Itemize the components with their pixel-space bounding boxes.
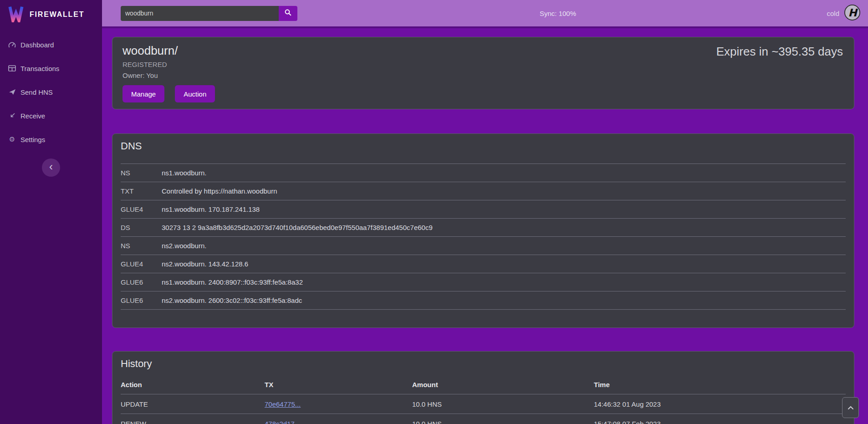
sidebar-item-receive[interactable]: Receive xyxy=(0,104,102,128)
dashboard-icon xyxy=(8,41,16,48)
history-table: Action TX Amount Time UPDATE 70e64775...… xyxy=(121,377,846,424)
sidebar-item-label: Receive xyxy=(20,112,45,120)
svg-text:H: H xyxy=(848,7,858,19)
tx-link[interactable]: 70e64775... xyxy=(265,400,301,408)
sidebar-nav: Dashboard Transactions Send HNS Receive … xyxy=(0,33,102,151)
dns-table: NS ns1.woodburn. TXT Controlled by https… xyxy=(121,163,846,310)
dns-record-type: DS xyxy=(121,219,162,237)
sidebar-item-settings[interactable]: ⚙ Settings xyxy=(0,128,102,151)
settings-icon: ⚙ xyxy=(8,135,16,143)
search-button[interactable] xyxy=(279,6,297,21)
search-icon xyxy=(284,9,292,18)
sidebar-collapse-button[interactable]: ‹ xyxy=(42,158,60,177)
dns-record-value: Controlled by https://nathan.woodburn xyxy=(162,182,846,200)
history-action: UPDATE xyxy=(121,394,265,414)
app-title: FIREWALLET xyxy=(30,10,84,19)
handshake-logo-icon: H xyxy=(844,4,861,22)
history-action: RENEW xyxy=(121,414,265,424)
wallet-name: cold xyxy=(827,10,839,17)
dns-record-type: TXT xyxy=(121,182,162,200)
dns-record-type: GLUE6 xyxy=(121,291,162,310)
dns-record-value: ns2.woodburn. 143.42.128.6 xyxy=(162,255,846,273)
sidebar-item-transactions[interactable]: Transactions xyxy=(0,56,102,80)
dns-title: DNS xyxy=(121,140,846,152)
dns-record-row: NS ns1.woodburn. xyxy=(121,164,846,182)
dns-record-row: TXT Controlled by https://nathan.woodbur… xyxy=(121,182,846,200)
sidebar-item-label: Send HNS xyxy=(20,88,53,96)
auction-button[interactable]: Auction xyxy=(175,85,215,102)
manage-button[interactable]: Manage xyxy=(123,85,164,102)
history-time: 15:47:08 07 Feb 2023 xyxy=(594,414,846,424)
dns-card: DNS NS ns1.woodburn. TXT Controlled by h… xyxy=(112,133,854,328)
domain-expiry: Expires in ~395.35 days xyxy=(716,45,843,59)
dns-record-row: GLUE4 ns2.woodburn. 143.42.128.6 xyxy=(121,255,846,273)
search-bar xyxy=(121,6,297,21)
dns-record-type: NS xyxy=(121,164,162,182)
dns-record-value: ns2.woodburn. xyxy=(162,237,846,255)
sidebar-item-label: Dashboard xyxy=(20,41,54,49)
history-col-amount: Amount xyxy=(412,377,594,394)
domain-owner: Owner: You xyxy=(123,72,844,79)
sidebar: FIREWALLET Dashboard Transactions Send H… xyxy=(0,0,102,424)
sidebar-item-send-hns[interactable]: Send HNS xyxy=(0,80,102,104)
domain-actions: Manage Auction xyxy=(123,85,844,102)
dns-record-value: ns1.woodburn. xyxy=(162,164,846,182)
dns-record-value: 30273 13 2 9a3a8fb3d625d2a2073d740f10da6… xyxy=(162,219,846,237)
app-logo: FIREWALLET xyxy=(0,0,102,24)
history-col-action: Action xyxy=(121,377,265,394)
dns-record-value: ns1.woodburn. 170.187.241.138 xyxy=(162,200,846,219)
history-title: History xyxy=(121,358,846,370)
dns-record-row: NS ns2.woodburn. xyxy=(121,237,846,255)
dns-record-type: GLUE4 xyxy=(121,255,162,273)
history-col-time: Time xyxy=(594,377,846,394)
receive-icon xyxy=(8,112,16,119)
history-row: UPDATE 70e64775... 10.0 HNS 14:46:32 01 … xyxy=(121,394,846,414)
sidebar-item-label: Transactions xyxy=(20,65,59,72)
history-col-tx: TX xyxy=(265,377,412,394)
transactions-icon xyxy=(8,65,16,72)
send-icon xyxy=(8,89,16,95)
scroll-to-top-button[interactable] xyxy=(842,397,859,418)
history-header-row: Action TX Amount Time xyxy=(121,377,846,394)
domain-status: REGISTERED xyxy=(123,61,844,68)
dns-record-value: ns2.woodburn. 2600:3c02::f03c:93ff:fe5a:… xyxy=(162,291,846,310)
topbar: Sync: 100% cold H xyxy=(102,0,868,28)
dns-record-row: GLUE6 ns1.woodburn. 2400:8907::f03c:93ff… xyxy=(121,273,846,291)
history-amount: 10.0 HNS xyxy=(412,414,594,424)
dns-record-row: GLUE4 ns1.woodburn. 170.187.241.138 xyxy=(121,200,846,219)
sidebar-item-dashboard[interactable]: Dashboard xyxy=(0,33,102,56)
dns-record-type: GLUE4 xyxy=(121,200,162,219)
history-row: RENEW 478c2d17... 10.0 HNS 15:47:08 07 F… xyxy=(121,414,846,424)
sync-status: Sync: 100% xyxy=(540,10,576,17)
dns-record-row: GLUE6 ns2.woodburn. 2600:3c02::f03c:93ff… xyxy=(121,291,846,310)
dns-record-type: GLUE6 xyxy=(121,273,162,291)
history-card: History Action TX Amount Time UPDATE 70e… xyxy=(112,351,854,424)
chevron-up-icon xyxy=(848,404,854,411)
domain-card: woodburn/ REGISTERED Owner: You Manage A… xyxy=(112,37,854,109)
dns-record-type: NS xyxy=(121,237,162,255)
dns-record-row: DS 30273 13 2 9a3a8fb3d625d2a2073d740f10… xyxy=(121,219,846,237)
firewallet-logo-icon xyxy=(8,5,24,24)
dns-record-value: ns1.woodburn. 2400:8907::f03c:93ff:fe5a:… xyxy=(162,273,846,291)
wallet-info: cold H xyxy=(827,4,861,22)
sidebar-item-label: Settings xyxy=(20,136,45,143)
main-content: woodburn/ REGISTERED Owner: You Manage A… xyxy=(102,28,868,424)
chevron-left-icon: ‹ xyxy=(49,160,53,173)
tx-link[interactable]: 478c2d17... xyxy=(265,420,300,424)
search-input[interactable] xyxy=(121,6,279,21)
history-time: 14:46:32 01 Aug 2023 xyxy=(594,394,846,414)
history-amount: 10.0 HNS xyxy=(412,394,594,414)
